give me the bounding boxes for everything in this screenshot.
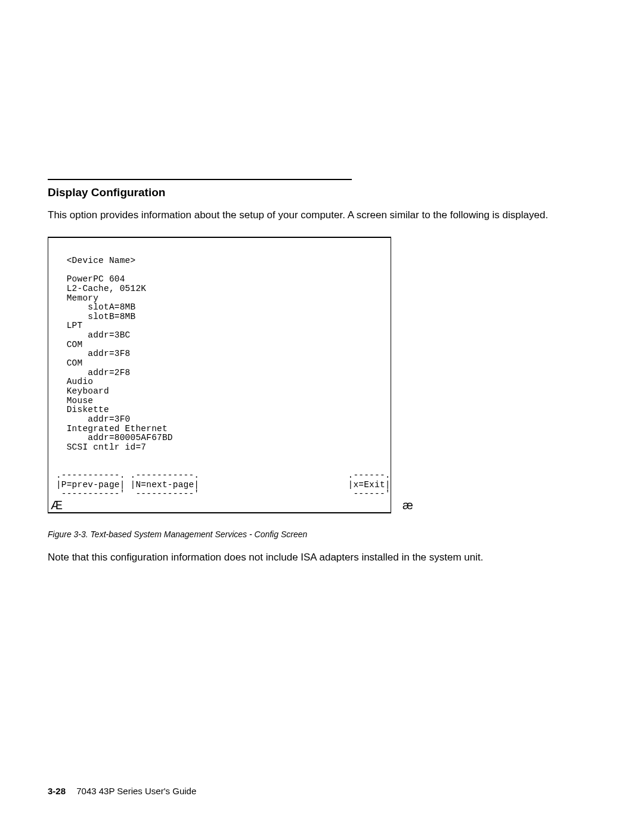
screen-line: Keyboard xyxy=(51,386,109,396)
screen-line: Memory xyxy=(51,293,98,303)
screen-line: addr=3BC xyxy=(51,330,131,340)
screen-line: PowerPC 604 xyxy=(51,274,125,284)
note-paragraph: Note that this configuration information… xyxy=(48,551,555,565)
frame-corner-right: æ xyxy=(402,498,413,512)
screen-line: addr=3F8 xyxy=(51,349,131,358)
nav-sep: -----------' -----------' ------' xyxy=(51,489,391,498)
screen-line: Integrated Ethernet xyxy=(51,424,168,433)
screen-line: Audio xyxy=(51,377,93,386)
intro-paragraph: This option provides information about t… xyxy=(48,209,555,222)
nav-sep: .-----------. .-----------. .------. xyxy=(51,470,391,480)
page: Display Configuration This option provid… xyxy=(0,0,644,833)
screen-line: COM xyxy=(51,340,82,349)
frame-corner-left: Æ xyxy=(51,498,63,512)
screen-line: SCSI cntlr id=7 xyxy=(51,442,146,452)
screen-line: Diskette xyxy=(51,405,109,414)
screen-line: addr=2F8 xyxy=(51,368,131,377)
config-screen: <Device Name> PowerPC 604 L2-Cache, 0512… xyxy=(48,237,391,513)
screen-line: addr=3F0 xyxy=(51,414,131,424)
screen-line: slotA=8MB xyxy=(51,302,135,312)
screen-line: addr=80005AF67BD xyxy=(51,433,173,442)
page-footer: 3-28 7043 43P Series User's Guide xyxy=(48,785,196,797)
figure-caption: Figure 3-3. Text-based System Management… xyxy=(48,529,590,540)
screen-line: COM xyxy=(51,358,82,368)
screen-line: slotB=8MB xyxy=(51,312,135,321)
screen-line: Mouse xyxy=(51,396,93,405)
nav-row[interactable]: |P=prev-page| |N=next-page| |x=Exit| xyxy=(51,480,391,490)
rule-top xyxy=(48,179,352,180)
config-screen-figure: <Device Name> PowerPC 604 L2-Cache, 0512… xyxy=(48,237,590,513)
screen-line: L2-Cache, 0512K xyxy=(51,284,146,293)
screen-line: LPT xyxy=(51,321,82,330)
book-title: 7043 43P Series User's Guide xyxy=(76,786,196,796)
screen-line: <Device Name> xyxy=(51,256,135,265)
section-heading: Display Configuration xyxy=(48,185,590,200)
page-number: 3-28 xyxy=(48,786,66,796)
